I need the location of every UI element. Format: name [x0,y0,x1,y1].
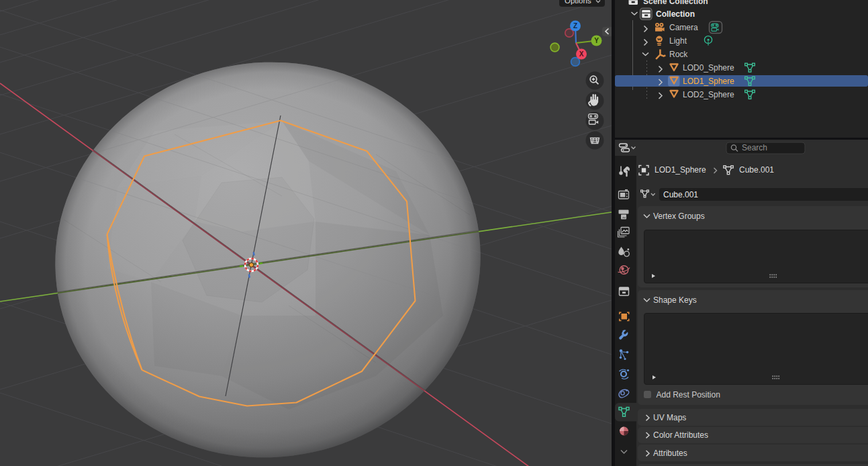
svg-text:Y: Y [594,37,599,44]
svg-text:Z: Z [573,22,577,30]
svg-text:X: X [579,50,584,58]
svg-text:Search: Search [742,143,767,152]
